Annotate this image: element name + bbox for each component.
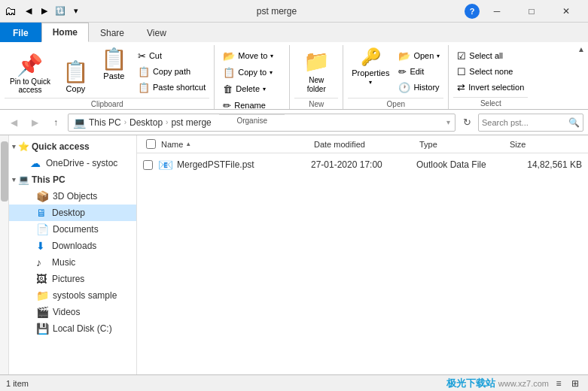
- quick-up-btn[interactable]: 🔃: [53, 5, 67, 18]
- select-content: ☑ Select all ☐ Select none ⇄ Invert sele…: [453, 45, 528, 95]
- copy-label: Copy: [66, 84, 86, 94]
- file-select-checkbox[interactable]: [143, 160, 153, 170]
- tiles-view-button[interactable]: ⊞: [568, 377, 582, 390]
- invert-selection-button[interactable]: ⇄ Invert selection: [453, 80, 528, 95]
- pin-icon: 📌: [17, 55, 43, 76]
- properties-arrow: ▾: [369, 79, 372, 86]
- cut-button[interactable]: ✂ Cut: [134, 48, 209, 63]
- cut-label: Cut: [149, 51, 162, 60]
- date-column-header[interactable]: Date modified: [311, 140, 416, 149]
- forward-button[interactable]: ▶: [26, 114, 44, 132]
- select-label: Select: [453, 97, 528, 109]
- quick-back-btn[interactable]: ◀: [22, 5, 35, 18]
- sidebar-item-music[interactable]: ♪ Music: [9, 254, 136, 271]
- copy-button[interactable]: 📋 Copy: [57, 45, 94, 96]
- properties-button[interactable]: 🔑 Properties ▾: [348, 45, 393, 96]
- sidebar-item-pictures[interactable]: 🖼 Pictures: [9, 271, 136, 287]
- sidebar-item-downloads[interactable]: ⬇ Downloads: [9, 238, 136, 254]
- paste-button[interactable]: 📋 Paste: [96, 45, 133, 96]
- ribbon-tabs: File Home Share View: [0, 23, 588, 42]
- sidebar-item-3d-objects[interactable]: 📦 3D Objects: [9, 188, 136, 205]
- videos-label: Videos: [53, 307, 80, 317]
- help-button[interactable]: ?: [465, 4, 480, 19]
- quick-forward-btn[interactable]: ▶: [38, 5, 51, 18]
- delete-arrow: ▾: [263, 86, 266, 92]
- app-icon: 🗂: [5, 5, 17, 18]
- up-button[interactable]: ↑: [47, 114, 65, 132]
- checkbox-column-header[interactable]: [143, 139, 158, 149]
- file-type: Outlook Data File: [416, 159, 486, 170]
- file-icon: 📧: [158, 158, 173, 172]
- properties-icon: 🔑: [361, 47, 381, 67]
- path-this-pc[interactable]: This PC: [89, 117, 121, 128]
- tab-view[interactable]: View: [136, 23, 178, 42]
- onedrive-icon: ☁: [30, 157, 42, 169]
- close-button[interactable]: ✕: [549, 0, 583, 23]
- onedrive-label: OneDrive - systoc: [46, 158, 117, 168]
- file-checkbox[interactable]: [143, 160, 158, 170]
- back-button[interactable]: ◀: [5, 114, 23, 132]
- select-all-button[interactable]: ☑ Select all: [453, 48, 528, 63]
- search-box[interactable]: 🔍: [478, 114, 583, 132]
- music-label: Music: [52, 257, 75, 268]
- paste-icon: 📋: [101, 49, 127, 70]
- select-none-button[interactable]: ☐ Select none: [453, 64, 528, 79]
- type-column-header[interactable]: Type: [416, 140, 507, 149]
- select-all-label: Select all: [469, 51, 503, 60]
- history-button[interactable]: 🕐 History: [395, 80, 443, 95]
- copy-to-button[interactable]: 📋 Copy to ▾: [219, 65, 277, 80]
- videos-icon: 🎬: [36, 306, 49, 318]
- properties-label: Properties: [352, 68, 389, 77]
- copy-to-icon: 📋: [223, 67, 235, 78]
- collapse-ribbon-button[interactable]: ▲: [577, 45, 585, 53]
- copy-path-button[interactable]: 📋 Copy path: [134, 64, 209, 79]
- sidebar-item-local-disk[interactable]: 💾 Local Disk (C:): [9, 320, 136, 337]
- details-view-button[interactable]: ≡: [552, 377, 565, 390]
- pin-to-quick-access-button[interactable]: 📌 Pin to Quickaccess: [5, 45, 56, 96]
- move-to-button[interactable]: 📂 Move to ▾: [219, 48, 277, 63]
- quick-recent-btn[interactable]: ▾: [69, 5, 83, 18]
- table-row[interactable]: 📧 MergedPSTFile.pst 27-01-2020 17:00 Out…: [137, 155, 588, 174]
- sidebar-scrollbar[interactable]: [0, 135, 9, 374]
- open-button[interactable]: 📂 Open ▾: [395, 48, 443, 63]
- desktop-label: Desktop: [52, 208, 85, 218]
- delete-button[interactable]: 🗑 Delete ▾: [219, 81, 277, 96]
- maximize-button[interactable]: □: [514, 0, 549, 23]
- open-label: Open: [348, 98, 443, 110]
- path-desktop[interactable]: Desktop: [129, 117, 163, 128]
- sidebar-item-onedrive[interactable]: ☁ OneDrive - systoc: [9, 155, 136, 171]
- ribbon-group-select: ☑ Select all ☐ Select none ⇄ Invert sele…: [449, 45, 532, 109]
- file-type-cell: Outlook Data File: [416, 159, 507, 170]
- refresh-button[interactable]: ↻: [459, 114, 475, 131]
- paste-shortcut-icon: 📋: [138, 82, 150, 93]
- name-column-header[interactable]: Name ▲: [158, 140, 311, 149]
- sidebar-item-quick-access[interactable]: ▾ ⭐ Quick access: [9, 138, 136, 155]
- size-column-header[interactable]: Size: [507, 140, 582, 149]
- tab-file[interactable]: File: [0, 23, 41, 42]
- tab-share[interactable]: Share: [89, 23, 136, 42]
- select-all-checkbox[interactable]: [146, 139, 156, 149]
- search-input[interactable]: [482, 118, 565, 127]
- path-pst-merge[interactable]: pst merge: [171, 117, 211, 128]
- invert-icon: ⇄: [457, 82, 465, 93]
- edit-button[interactable]: ✏ Edit: [395, 64, 443, 79]
- clipboard-label: Clipboard: [5, 98, 209, 110]
- minimize-button[interactable]: ─: [480, 0, 514, 23]
- new-folder-button[interactable]: 📁 Newfolder: [294, 45, 338, 96]
- sidebar-item-systools[interactable]: 📁 systools sample: [9, 287, 136, 304]
- sort-icon: ▲: [185, 141, 191, 147]
- tab-home[interactable]: Home: [41, 23, 89, 42]
- main-area: ▾ ⭐ Quick access ☁ OneDrive - systoc ▾ 💻…: [0, 135, 588, 374]
- sidebar-item-videos[interactable]: 🎬 Videos: [9, 304, 136, 320]
- window-title: pst merge: [89, 6, 465, 17]
- file-name-cell: 📧 MergedPSTFile.pst: [158, 158, 311, 172]
- rename-button[interactable]: ✏ Rename: [219, 98, 277, 113]
- sidebar-item-this-pc[interactable]: ▾ 💻 This PC: [9, 171, 136, 188]
- paste-shortcut-button[interactable]: 📋 Paste shortcut: [134, 80, 209, 95]
- sidebar-item-desktop[interactable]: 🖥 Desktop: [9, 205, 136, 221]
- select-none-label: Select none: [469, 67, 513, 76]
- watermark-url: www.xz7.com: [498, 379, 549, 388]
- sidebar-item-documents[interactable]: 📄 Documents: [9, 221, 136, 238]
- this-pc-icon: 💻: [18, 174, 29, 185]
- copy-icon: 📋: [62, 62, 89, 83]
